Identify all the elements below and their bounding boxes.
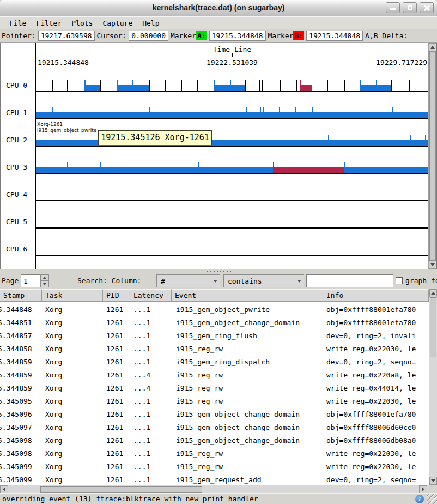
table-scroll-down-button[interactable] xyxy=(429,477,437,485)
graph-follows-checkbox[interactable] xyxy=(396,277,403,284)
event-tick xyxy=(280,80,281,91)
cell-task: Xorg xyxy=(42,356,103,369)
cpu-band-6[interactable] xyxy=(36,229,428,256)
sched-bar xyxy=(36,140,429,146)
table-scrollbar-thumb[interactable] xyxy=(430,297,436,357)
cpu-label-5: CPU 5 xyxy=(1,218,35,226)
cell-stamp: 5.345096 xyxy=(0,408,42,421)
menu-help[interactable]: Help xyxy=(137,18,164,28)
column-header-pid[interactable]: PID xyxy=(103,289,130,302)
table-row[interactable]: 5.344851Xorg1261...1i915_gem_object_chan… xyxy=(0,316,429,329)
cell-task: Xorg xyxy=(42,447,103,460)
table-row[interactable]: 5.344859Xorg1261...4i915_reg_rwwrite reg… xyxy=(0,382,429,395)
menu-file[interactable]: File xyxy=(4,18,31,28)
table-row[interactable]: 5.344857Xorg1261...1i915_gem_ring_flushd… xyxy=(0,329,429,343)
menu-filter[interactable]: Filter xyxy=(31,18,66,28)
event-tick xyxy=(262,80,263,91)
sched-bar xyxy=(360,85,391,91)
splitter-handle-icon xyxy=(207,271,231,272)
arrow-down-icon xyxy=(430,263,435,266)
cpu-band-5[interactable] xyxy=(36,201,428,229)
cell-info: obj=0xffff88006d60ce0 xyxy=(323,421,428,434)
table-row[interactable]: 5.345098Xorg1261...1i915_gem_object_chan… xyxy=(0,434,429,447)
table-row[interactable]: 5.345099Xorg1261...1i915_gem_request_add… xyxy=(0,473,429,485)
table-vertical-scrollbar[interactable] xyxy=(429,289,437,485)
task-label-name: Xorg-1261 xyxy=(37,122,96,128)
event-tick xyxy=(198,162,199,173)
event-tick xyxy=(132,80,133,91)
event-tick xyxy=(360,80,361,91)
cpu-label-6: CPU 6 xyxy=(1,245,35,254)
match-dropdown[interactable]: contains xyxy=(223,274,304,287)
close-button[interactable] xyxy=(420,2,434,13)
cell-latency: ...1 xyxy=(130,329,172,343)
event-tick xyxy=(165,80,166,91)
page-spin-up-button[interactable] xyxy=(40,274,49,281)
scrollbar-thumb[interactable] xyxy=(429,51,436,261)
cpu-band-0[interactable] xyxy=(36,65,428,92)
cell-pid: 1261 xyxy=(103,303,130,316)
table-scroll-up-button[interactable] xyxy=(429,289,437,297)
hscrollbar-thumb[interactable] xyxy=(40,486,202,493)
table-row[interactable]: 5.344848Xorg1261...1i915_gem_object_pwri… xyxy=(0,303,429,316)
cell-latency: ...1 xyxy=(130,395,172,408)
cpu-label-0: CPU 0 xyxy=(1,81,35,90)
cell-info: write reg=0x22030, le xyxy=(323,460,428,473)
page-spin-down-button[interactable] xyxy=(40,281,49,287)
cell-info: write reg=0x22030, le xyxy=(323,447,428,460)
cpu-band-4[interactable] xyxy=(36,174,428,201)
menu-capture[interactable]: Capture xyxy=(98,18,137,28)
page-input[interactable] xyxy=(21,274,40,287)
scroll-down-button[interactable] xyxy=(429,261,436,269)
chevron-down-icon xyxy=(213,280,217,283)
minimize-button[interactable] xyxy=(386,2,400,13)
cell-pid: 1261 xyxy=(103,473,130,485)
event-tick xyxy=(149,107,150,118)
table-row[interactable]: 5.344858Xorg1261...1i915_reg_rwwrite reg… xyxy=(0,343,429,356)
cpu-label-4: CPU 4 xyxy=(1,190,35,199)
cell-stamp: 5.345095 xyxy=(0,395,42,408)
column-header-latency[interactable]: Latency xyxy=(130,289,172,302)
cell-latency: ...1 xyxy=(130,316,172,329)
cell-task: Xorg xyxy=(42,343,103,356)
search-input[interactable] xyxy=(306,274,393,287)
cpu-band-1[interactable] xyxy=(36,92,428,119)
table-horizontal-scrollbar[interactable] xyxy=(0,485,437,493)
event-tick xyxy=(327,80,328,91)
maximize-button[interactable] xyxy=(403,2,417,13)
cell-task: Xorg xyxy=(42,408,103,421)
table-row[interactable]: 5.345099Xorg1261...1i915_reg_rwwrite reg… xyxy=(0,460,429,473)
column-header-task[interactable]: Task xyxy=(42,289,103,302)
cell-task: Xorg xyxy=(42,303,103,316)
event-tick xyxy=(67,162,68,173)
table-row[interactable]: 5.345098Xorg1261...1i915_reg_rwwrite reg… xyxy=(0,447,429,460)
cell-info: obj=0xffff88006db08a0 xyxy=(323,434,428,447)
info-icon[interactable]: i xyxy=(415,495,424,503)
table-row[interactable]: 5.344859Xorg1261...1i915_gem_ring_dispat… xyxy=(0,356,429,369)
column-header-stamp[interactable]: Stamp xyxy=(0,289,42,302)
timeline-plot[interactable]: Time Line 19215.344848 19222.531039 1922… xyxy=(35,43,428,269)
table-row[interactable]: 5.344859Xorg1261...4i915_reg_rwwrite reg… xyxy=(0,369,429,382)
menu-plots[interactable]: Plots xyxy=(66,18,98,28)
table-header-row: StampTaskPIDLatencyEventInfo xyxy=(0,289,437,302)
cpu-bands xyxy=(36,65,428,256)
cell-info: write reg=0x22030, le xyxy=(323,395,428,408)
event-tick xyxy=(376,80,377,91)
cell-stamp: 5.344851 xyxy=(0,316,42,329)
column-header-info[interactable]: Info xyxy=(323,289,429,302)
title-bar[interactable]: kernelshark(trace.dat) (on sugarbay) xyxy=(0,0,437,16)
scroll-left-button[interactable] xyxy=(0,485,8,493)
resize-grip-icon[interactable] xyxy=(427,494,437,504)
graph-vertical-scrollbar[interactable] xyxy=(428,43,436,269)
cpu-band-3[interactable] xyxy=(36,147,428,174)
column-header-event[interactable]: Event xyxy=(172,289,323,302)
table-row[interactable]: 5.345095Xorg1261...1i915_reg_rwwrite reg… xyxy=(0,395,429,408)
sched-bar xyxy=(36,167,429,173)
column-dropdown[interactable]: # xyxy=(156,274,220,287)
pointer-label: Pointer: xyxy=(2,32,36,40)
scroll-right-button[interactable] xyxy=(419,485,427,493)
scroll-up-button[interactable] xyxy=(429,43,436,51)
table-row[interactable]: 5.345097Xorg1261...1i915_gem_object_chan… xyxy=(0,421,429,434)
table-row[interactable]: 5.345096Xorg1261...1i915_gem_object_chan… xyxy=(0,408,429,421)
arrow-up-icon xyxy=(430,46,435,49)
